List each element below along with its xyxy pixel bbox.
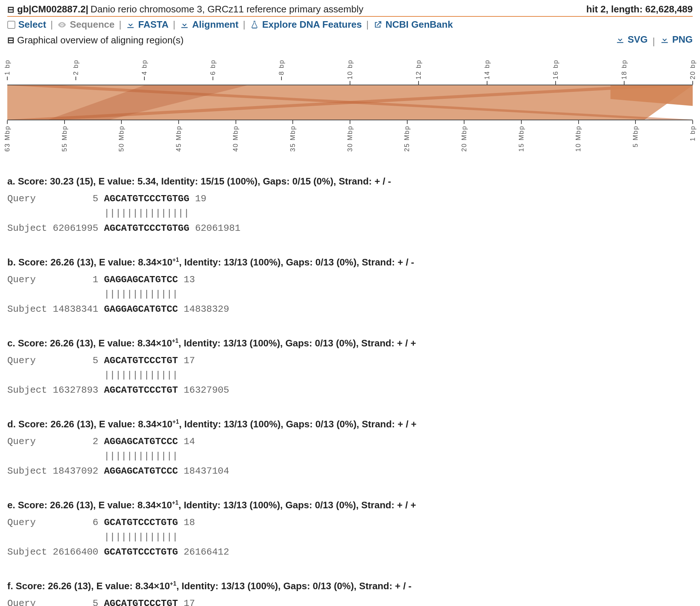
alignment-sequence-block: Query 1 GAGGAGCATGTCC 13 ||||||||||||| S… <box>7 272 693 316</box>
query-axis: 1 bp2 bp4 bp6 bp8 bp10 bp12 bp14 bp16 bp… <box>7 58 693 85</box>
tick-mark <box>350 81 350 85</box>
sequence-label: Sequence <box>70 18 114 31</box>
tick-label: 14 bp <box>483 58 491 81</box>
tick-mark <box>521 120 522 124</box>
alignment-sequence-block: Query 5 AGCATGTCCCTGTGG 19 |||||||||||||… <box>7 191 693 236</box>
external-link-icon <box>373 20 382 30</box>
collapse-hit-icon[interactable]: ⊟ <box>7 4 14 16</box>
alignment-block: d. Score: 26.26 (13), E value: 8.34×10+1… <box>7 418 693 478</box>
alignment-block: e. Score: 26.26 (13), E value: 8.34×10+1… <box>7 499 693 559</box>
toolbar-sep: | <box>119 18 121 31</box>
svg-label: SVG <box>628 33 648 46</box>
alignment-ribbons <box>7 85 693 120</box>
fasta-button[interactable]: FASTA <box>126 18 168 31</box>
tick-label: 1 bp <box>688 124 697 143</box>
alignment-block: f. Score: 26.26 (13), E value: 8.34×10+1… <box>7 580 693 606</box>
tick-label: 5 Mbp <box>631 124 640 149</box>
alignment-header: e. Score: 26.26 (13), E value: 8.34×10+1… <box>7 499 693 512</box>
tick-label: 20 bp <box>688 58 697 81</box>
alignment-button[interactable]: Alignment <box>180 18 238 31</box>
toolbar-sep: | <box>243 18 245 31</box>
checkbox-empty-icon[interactable] <box>7 21 15 29</box>
tick-mark <box>464 120 464 124</box>
overview-title: Graphical overview of aligning region(s) <box>17 34 184 47</box>
select-label: Select <box>18 18 46 31</box>
overview-subheader: ⊟ Graphical overview of aligning region(… <box>7 32 693 49</box>
tick-label: 12 bp <box>414 58 423 81</box>
tick-mark <box>121 120 122 124</box>
sequence-button-disabled: Sequence <box>57 18 114 31</box>
tick-label: 55 Mbp <box>60 124 69 153</box>
alignment-sequence-block: Query 6 GCATGTCCCTGTG 18 ||||||||||||| S… <box>7 515 693 559</box>
alignment-header: d. Score: 26.26 (13), E value: 8.34×10+1… <box>7 418 693 431</box>
alignment-sequence-block: Query 2 AGGAGCATGTCCC 14 ||||||||||||| S… <box>7 434 693 478</box>
download-png-button[interactable]: PNG <box>660 33 693 46</box>
tick-label: 25 Mbp <box>402 124 411 153</box>
tick-label: 20 Mbp <box>460 124 468 153</box>
download-icon <box>126 20 135 30</box>
alignment-block: a. Score: 30.23 (15), E value: 5.34, Ide… <box>7 175 693 236</box>
explore-features-button[interactable]: Explore DNA Features <box>250 18 362 31</box>
alignment-block: b. Score: 26.26 (13), E value: 8.34×10+1… <box>7 256 693 316</box>
hit-length-label: hit 2, length: 62,628,489 <box>586 3 693 16</box>
alignment-header: c. Score: 26.26 (13), E value: 8.34×10+1… <box>7 337 693 350</box>
tick-label: 45 Mbp <box>174 124 183 153</box>
toolbar-sep: | <box>173 18 175 31</box>
svg-point-0 <box>61 24 63 25</box>
download-svg-button[interactable]: SVG <box>615 33 648 46</box>
tick-mark <box>213 77 213 80</box>
tick-mark <box>407 120 408 124</box>
tick-mark <box>487 81 487 85</box>
tick-label: 18 bp <box>620 58 629 81</box>
tick-mark <box>350 120 350 124</box>
ncbi-genbank-link[interactable]: NCBI GenBank <box>373 18 453 31</box>
tick-label: 15 Mbp <box>517 124 526 153</box>
tick-mark <box>692 81 693 85</box>
png-label: PNG <box>672 33 693 46</box>
tick-label: 2 bp <box>71 58 80 77</box>
flask-icon <box>250 20 259 30</box>
toolbar-sep: | <box>366 18 369 31</box>
hit-description: Danio rerio chromosome 3, GRCz11 referen… <box>90 3 363 16</box>
tick-label: 63 Mbp <box>3 124 12 153</box>
alignment-overview-graph: 1 bp2 bp4 bp6 bp8 bp10 bp12 bp14 bp16 bp… <box>7 58 693 153</box>
ribbon-svg <box>7 85 693 120</box>
tick-label: 10 bp <box>346 58 354 81</box>
tick-mark <box>281 77 282 80</box>
tick-mark <box>692 120 693 124</box>
tick-mark <box>418 81 419 85</box>
tick-label: 40 Mbp <box>231 124 240 153</box>
tick-label: 4 bp <box>140 58 149 77</box>
alignment-label: Alignment <box>192 18 238 31</box>
tick-mark <box>144 77 145 80</box>
tick-mark <box>7 120 8 124</box>
hit-header: ⊟ gb|CM002887.2| Danio rerio chromosome … <box>7 3 693 17</box>
alignment-header: b. Score: 26.26 (13), E value: 8.34×10+1… <box>7 256 693 269</box>
tick-label: 50 Mbp <box>117 124 126 153</box>
tick-label: 10 Mbp <box>574 124 583 153</box>
tick-label: 8 bp <box>277 58 286 77</box>
tick-label: 16 bp <box>551 58 560 81</box>
explore-label: Explore DNA Features <box>262 18 362 31</box>
tick-label: 35 Mbp <box>288 124 297 153</box>
tick-label: 1 bp <box>3 58 12 77</box>
fasta-label: FASTA <box>138 18 168 31</box>
alignment-header: a. Score: 30.23 (15), E value: 5.34, Ide… <box>7 175 693 188</box>
alignment-header: f. Score: 26.26 (13), E value: 8.34×10+1… <box>7 580 693 593</box>
tick-mark <box>7 77 8 80</box>
alignment-list: a. Score: 30.23 (15), E value: 5.34, Ide… <box>7 175 693 606</box>
collapse-overview-icon[interactable]: ⊟ <box>7 35 14 46</box>
overview-downloads: SVG | PNG <box>615 33 693 48</box>
tick-mark <box>292 120 293 124</box>
select-button[interactable]: Select <box>7 18 46 31</box>
tick-mark <box>64 120 65 124</box>
toolbar-sep: | <box>51 18 53 31</box>
tick-label: 30 Mbp <box>346 124 354 153</box>
downloads-sep: | <box>650 36 657 47</box>
accession-id: gb|CM002887.2| <box>17 3 88 16</box>
hit-toolbar: Select | Sequence | FASTA | Alignment | … <box>7 17 693 32</box>
tick-mark <box>555 81 556 85</box>
tick-label: 6 bp <box>209 58 217 77</box>
subject-axis: 63 Mbp55 Mbp50 Mbp45 Mbp40 Mbp35 Mbp30 M… <box>7 120 693 153</box>
tick-mark <box>635 120 636 124</box>
